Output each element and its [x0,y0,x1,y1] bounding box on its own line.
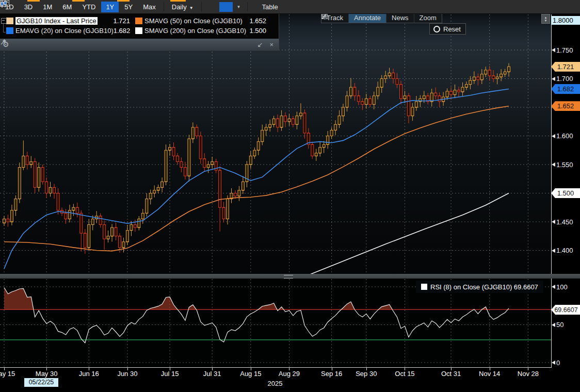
time-axis-tick-label: Aug 15 [240,370,261,378]
price-tag: 1.652 [551,101,580,111]
rsi-legend-label: RSI (8) on Close (GJGB10) [430,283,512,291]
x-tick-mark [490,368,490,370]
annotate-button[interactable]: Annotate [348,13,386,23]
axis-scroll-widget[interactable]: ▲▼ [541,14,550,24]
time-axis-tick-label: Jul 31 [203,370,221,378]
x-tick-mark [451,368,452,370]
legend-item[interactable]: EMAVG (20) on Close (GJGB10)1.682 [6,26,135,35]
time-axis-tick-label: Nov 14 [479,370,500,378]
x-tick-mark [289,368,289,370]
track-label: Track [327,14,343,22]
launchpad-tab-remnant [170,0,186,2]
reset-icon [433,26,440,32]
legend-tree-line [3,32,6,32]
panel-divider[interactable] [0,274,580,279]
close-panel-icon[interactable]: × [269,41,273,48]
tick-arrow-icon [552,361,555,365]
chart-legend-panel: GJGB10 Index - Last Price1.721SMAVG (50)… [0,13,279,51]
legend-label: SMAVG (200) on Close (GJGB10) [144,27,246,35]
price-chart-canvas[interactable] [0,0,580,392]
range-button-6m[interactable]: 6M [58,2,76,12]
tick-arrow-icon [552,323,555,327]
legend-swatch [135,18,142,24]
legend-value: 1.721 [113,17,135,25]
tick-arrow-icon [552,285,555,289]
table-button[interactable]: Table [257,2,283,12]
legend-item[interactable]: SMAVG (50) on Close (GJGB10)1.652 [135,16,271,25]
x-tick-mark [332,368,332,370]
price-tag: 1.500 [551,188,580,198]
legend-label: GJGB10 Index - Last Price [15,17,98,25]
candlestick-icon [0,0,7,8]
legend-swatch [135,27,142,34]
tick-arrow-icon [552,220,555,224]
time-axis-line[interactable] [0,367,552,368]
price-tag: 1.682 [551,84,580,94]
legend-tree-line [3,24,4,32]
price-axis-tick-label: 1.450 [552,218,573,226]
legend-swatch [6,18,13,24]
x-tick-mark [46,368,47,370]
collapse-panel-icon[interactable]: ↙ [257,41,263,48]
start-date-edit-field[interactable]: 05/22/25 [24,378,58,387]
launchpad-tab-remnant [117,0,130,2]
range-button-3d[interactable]: 3D [20,2,38,12]
range-button-ytd[interactable]: YTD [77,2,100,12]
legend-row: GJGB10 Index - Last Price1.721SMAVG (50)… [6,16,277,25]
price-axis-tick-label: 1.600 [552,132,573,140]
rsi-swatch [421,284,427,290]
price-axis-tick-label: 100 [552,283,568,291]
tick-arrow-icon [552,48,555,52]
x-tick-mark [366,368,367,370]
x-tick-mark [4,368,5,370]
toolbar-separator [247,2,248,11]
annotate-label: Annotate [354,14,381,22]
legend-label: EMAVG (20) on Close (GJGB10) [15,27,114,35]
chevron-down-icon: ▼ [237,5,241,9]
rsi-legend-value: 69.6607 [514,283,538,291]
time-axis-tick-label: Nov 28 [518,370,539,378]
reset-label: Reset [443,25,461,33]
period-dropdown-label: Daily [172,3,187,11]
period-dropdown[interactable]: Daily▼ [167,2,198,12]
x-tick-mark [127,368,128,370]
line-chart-type-button[interactable] [205,2,218,12]
news-label: News [392,14,409,22]
time-axis-tick-label: Sep 30 [356,370,377,378]
range-button-1m[interactable]: 1M [38,2,57,12]
time-axis-tick-label: Oct 15 [395,370,414,378]
reset-button[interactable]: Reset [429,23,466,35]
divider-drag-handle[interactable] [284,275,293,279]
time-axis-tick-label: Sep 16 [321,370,342,378]
price-axis-tick-label: 1.750 [552,46,573,54]
range-button-1y[interactable]: 1Y [101,2,119,12]
tick-arrow-icon [552,77,555,81]
legend-item[interactable]: SMAVG (200) on Close (GJGB10)1.500 [135,26,271,35]
candle-chart-type-button[interactable] [219,2,233,12]
chart-tools-bar: Track Annotate News Zoom [321,12,442,23]
news-button[interactable]: News [386,13,414,23]
triangle-down-icon: ▼ [544,19,547,22]
tick-arrow-icon [552,249,555,253]
time-axis-tick-label: Aug 29 [279,370,300,378]
range-button-max[interactable]: Max [138,2,160,12]
chart-type-dropdown[interactable]: ▼ [234,2,244,12]
main-plot-background [0,13,551,274]
price-axis-tick-label: 0 [552,358,560,367]
range-button-5y[interactable]: 5Y [120,2,137,12]
launchpad-tab-remnant [27,0,40,2]
legend-tree-expander[interactable] [1,18,7,24]
price-axis-tick-label: 1.400 [552,247,573,255]
x-tick-mark [405,368,405,370]
chevron-down-icon: ▼ [189,6,194,10]
toolbar-separator [164,2,164,11]
rsi-legend[interactable]: RSI (8) on Close (GJGB10) 69.6607 [416,281,543,293]
tick-arrow-icon [552,162,555,167]
price-tag: 1.721 [551,62,580,72]
pin-icon[interactable] [0,39,7,45]
axis-max-edit-field[interactable]: 1.8000 [551,16,580,25]
legend-item[interactable]: GJGB10 Index - Last Price1.721 [6,16,135,25]
zoom-button[interactable]: Zoom [414,13,442,23]
chart-toolbar: 1D 3D 1M 6M YTD 1Y 5Y Max Daily▼ ▼ Table [0,0,580,14]
time-axis-tick-label: May 15 [0,370,15,378]
